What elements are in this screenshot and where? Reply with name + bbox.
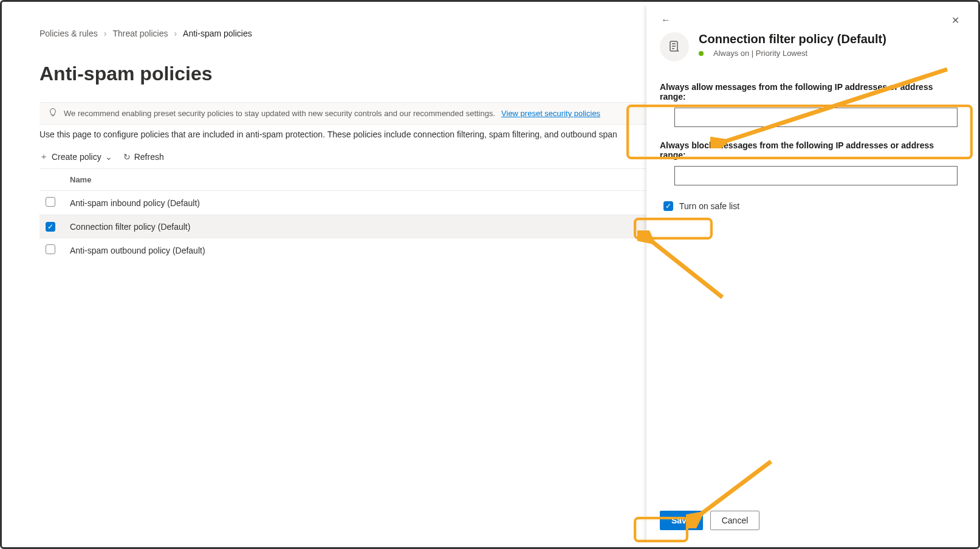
breadcrumb-policies-rules[interactable]: Policies & rules (39, 29, 98, 38)
safe-list-checkbox[interactable] (663, 201, 673, 211)
close-icon: ✕ (951, 15, 959, 26)
refresh-button[interactable]: ↻ Refresh (123, 152, 164, 162)
column-header-name[interactable]: Name (70, 175, 704, 184)
safe-list-label: Turn on safe list (679, 201, 739, 211)
save-button[interactable]: Save (660, 511, 703, 530)
policy-name: Anti-spam inbound policy (Default) (70, 198, 704, 208)
policy-name: Anti-spam outbound policy (Default) (70, 246, 704, 255)
row-checkbox[interactable] (46, 244, 55, 254)
cancel-button[interactable]: Cancel (710, 511, 760, 530)
chevron-down-icon: ⌄ (105, 152, 112, 162)
refresh-icon: ↻ (123, 152, 131, 162)
arrow-left-icon: ← (661, 15, 671, 26)
breadcrumb-threat-policies[interactable]: Threat policies (112, 29, 168, 38)
block-list-label: Always block messages from the following… (660, 140, 961, 160)
row-checkbox[interactable] (46, 197, 55, 207)
breadcrumb-current: Anti-spam policies (183, 29, 252, 38)
create-policy-button[interactable]: ＋ Create policy ⌄ (39, 151, 112, 162)
block-list-input[interactable] (674, 166, 958, 185)
flyout-subtitle: Always on | Priority Lowest (699, 49, 886, 58)
row-checkbox[interactable] (46, 222, 55, 232)
lightbulb-icon (48, 108, 58, 119)
policy-icon (660, 32, 689, 61)
back-button[interactable]: ← (657, 12, 674, 29)
flyout-title: Connection filter policy (Default) (699, 32, 886, 46)
plus-icon: ＋ (39, 151, 48, 162)
status-dot-icon (699, 51, 704, 56)
close-button[interactable]: ✕ (947, 12, 964, 29)
allow-list-label: Always allow messages from the following… (660, 82, 961, 102)
chevron-right-icon: › (174, 29, 177, 38)
chevron-right-icon: › (104, 29, 107, 38)
message-bar-link[interactable]: View preset security policies (501, 109, 600, 118)
policy-name: Connection filter policy (Default) (70, 222, 704, 232)
refresh-label: Refresh (134, 152, 164, 162)
create-policy-label: Create policy (52, 152, 101, 162)
message-bar-text: We recommend enabling preset security po… (64, 109, 495, 118)
edit-flyout: ← ✕ Connection filter policy (Default) A… (646, 5, 975, 544)
allow-list-input[interactable] (674, 108, 958, 127)
